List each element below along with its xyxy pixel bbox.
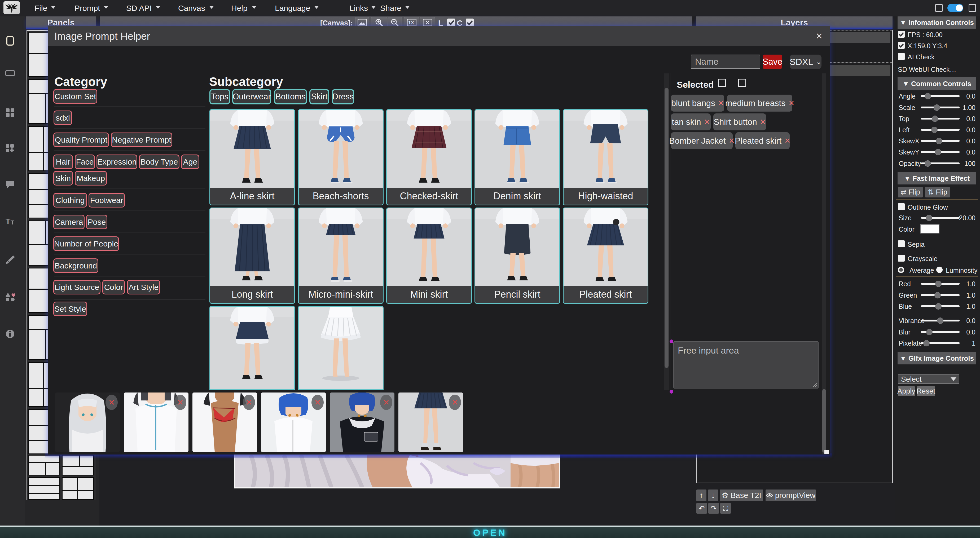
svg-text:T: T [6,217,10,226]
svg-text:1X: 1X [408,20,414,25]
svg-text:T: T [11,219,14,226]
